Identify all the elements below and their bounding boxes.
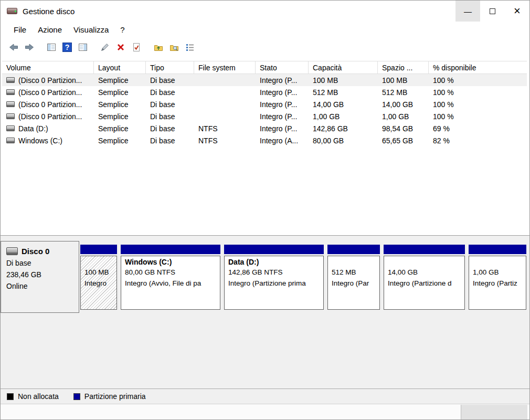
cell-layout: Semplice [94,76,146,85]
toolbar-pen-button[interactable] [97,40,113,55]
statusbar-panel [461,405,527,420]
partition-windows-c[interactable]: Windows (C:) 80,00 GB NTFS Integro (Avvi… [121,245,220,313]
cell-capacita: 142,86 GB [309,124,378,133]
volume-row[interactable]: (Disco 0 Partizion... Semplice Di base I… [2,74,527,86]
cell-tipo: Di base [146,124,194,133]
cell-volume: (Disco 0 Partizion... [2,88,94,97]
cell-stato: Integro (A... [256,136,309,145]
cell-tipo: Di base [146,100,194,109]
partition-14gb[interactable]: 14,00 GB Integro (Partizione d [384,245,465,313]
partition-color-band [384,245,465,254]
titlebar: Gestione disco — × [1,1,529,22]
svg-text:?: ? [65,43,70,51]
cell-volume: (Disco 0 Partizion... [2,112,94,121]
partition-size: 14,00 GB [388,268,461,279]
cell-stato: Integro (P... [256,100,309,109]
maximize-button[interactable] [480,1,505,22]
forward-arrow-icon [24,42,35,52]
volume-row[interactable]: (Disco 0 Partizion... Semplice Di base I… [2,110,527,122]
toolbar-help-button[interactable]: ? [59,40,75,55]
volume-row[interactable]: Data (D:) Semplice Di base NTFS Integro … [2,122,527,134]
legend: Non allocata Partizione primaria [1,388,529,404]
partition-color-band [469,245,526,254]
partition-status: Integro [84,279,113,290]
toolbar-properties-button[interactable] [129,40,144,55]
partition-status: Integro (Partizione d [388,279,461,290]
cell-stato: Integro (P... [256,124,309,133]
maximize-icon [490,8,495,14]
column-header-volume[interactable]: Volume [2,61,94,74]
disk-0-panel[interactable]: Disco 0 Di base 238,46 GB Online [1,241,79,313]
partition-name [388,258,461,268]
close-icon: × [514,4,521,18]
volume-disk-icon [6,77,15,83]
partition-color-band [121,245,220,254]
toolbar-search-folder-button[interactable] [166,40,182,55]
volume-disk-icon [6,89,15,95]
toolbar-back-button[interactable] [6,40,22,55]
column-header-stato[interactable]: Stato [256,61,309,74]
cell-spazio: 1,00 GB [378,112,429,121]
delete-x-icon [115,42,126,52]
partition-body: 14,00 GB Integro (Partizione d [384,256,465,310]
partition-data-d[interactable]: Data (D:) 142,86 GB NTFS Integro (Partiz… [224,245,324,313]
cell-layout: Semplice [94,112,146,121]
cell-capacita: 14,00 GB [309,100,378,109]
menu-item-visualizza[interactable]: Visualizza [68,23,114,36]
action-pane-icon [78,42,88,52]
volume-disk-icon [6,101,15,107]
toolbar-console-tree-button[interactable] [44,40,59,55]
cell-tipo: Di base [146,76,194,85]
toolbar-delete-button[interactable] [113,40,129,55]
minimize-icon: — [464,7,472,16]
column-header-capacita[interactable]: Capacità [309,61,378,74]
partition-name [473,258,522,268]
column-header-tipo[interactable]: Tipo [146,61,194,74]
cell-capacita: 100 MB [309,76,378,85]
disk-management-app-icon [7,7,18,15]
menubar: File Azione Visualizza ? [1,22,529,37]
partition-body: 1,00 GB Integro (Partiz [469,256,526,310]
minimize-button[interactable]: — [455,1,480,22]
close-button[interactable]: × [505,1,529,22]
column-header-disponibile[interactable]: % disponibile [429,61,527,74]
partition-name [84,258,113,268]
disk-name: Disco 0 [22,247,49,256]
toolbar-move-up-button[interactable] [151,40,166,55]
partition-efi[interactable]: 100 MB Integro [80,245,117,313]
cell-stato: Integro (P... [256,76,309,85]
window-controls: — × [455,1,529,22]
legend-item-unallocated: Non allocata [7,392,59,401]
partition-512mb[interactable]: 512 MB Integro (Par [327,245,380,313]
volume-disk-icon [6,138,15,143]
primary-partition-swatch-icon [73,393,80,400]
cell-volume: (Disco 0 Partizion... [2,100,94,109]
volume-row[interactable]: (Disco 0 Partizion... Semplice Di base I… [2,86,527,98]
volume-row[interactable]: (Disco 0 Partizion... Semplice Di base I… [2,98,527,110]
column-header-layout[interactable]: Layout [94,61,146,74]
toolbar-forward-button[interactable] [22,40,37,55]
partition-1gb[interactable]: 1,00 GB Integro (Partiz [469,245,526,313]
cell-disponibile: 82 % [429,136,527,145]
partition-status: Integro (Partizione prima [228,279,320,290]
menu-item-help[interactable]: ? [114,23,130,36]
cell-stato: Integro (P... [256,112,309,121]
legend-label: Partizione primaria [84,392,146,401]
disk-drive-icon [6,247,18,255]
toolbar-action-pane-button[interactable] [75,40,91,55]
cell-spazio: 14,00 GB [378,100,429,109]
partition-size: 142,86 GB NTFS [228,268,320,279]
volume-row[interactable]: Windows (C:) Semplice Di base NTFS Integ… [2,134,527,146]
menu-item-azione[interactable]: Azione [32,23,68,36]
cell-tipo: Di base [146,136,194,145]
volume-list-header: Volume Layout Tipo File system Stato Cap… [2,61,527,74]
menu-item-file[interactable]: File [8,23,32,36]
toolbar-list-view-button[interactable] [182,40,198,55]
cell-capacita: 512 MB [309,88,378,97]
column-header-spazio[interactable]: Spazio ... [378,61,429,74]
partition-status: Integro (Par [332,279,376,290]
cell-spazio: 65,65 GB [378,136,429,145]
volume-disk-icon [6,113,15,119]
partition-color-band [327,245,380,254]
column-header-file-system[interactable]: File system [194,61,256,74]
